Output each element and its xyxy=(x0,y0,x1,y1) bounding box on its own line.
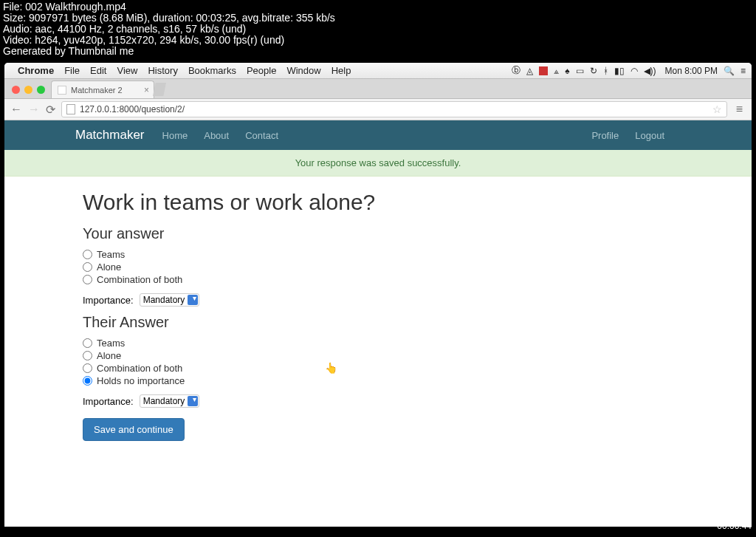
browser-tab[interactable]: Matchmaker 2 × xyxy=(51,81,154,98)
their-answer-heading: Their Answer xyxy=(83,314,673,331)
radio-input[interactable] xyxy=(83,338,92,348)
nav-logout[interactable]: Logout xyxy=(635,130,664,141)
radio-input[interactable] xyxy=(83,351,92,360)
reload-button[interactable]: ⟳ xyxy=(46,103,55,117)
nav-home[interactable]: Home xyxy=(162,130,188,141)
your-importance-select[interactable]: Mandatory xyxy=(140,293,199,307)
battery-icon[interactable]: ▮▯ xyxy=(614,66,625,76)
radio-option[interactable]: Alone xyxy=(83,261,673,273)
radio-option[interactable]: Teams xyxy=(83,248,673,261)
radio-input[interactable] xyxy=(83,250,92,259)
back-button[interactable]: ← xyxy=(10,103,22,116)
save-continue-button[interactable]: Save and continue xyxy=(83,418,185,441)
site-navbar: Matchmaker Home About Contact Profile Lo… xyxy=(4,120,752,150)
volume-icon[interactable]: ◀)) xyxy=(644,66,656,76)
dropbox-icon[interactable]: ⟁ xyxy=(554,66,559,76)
video-timestamp: 00:00:44 xyxy=(717,521,752,531)
url-text: 127.0.0.1:8000/question/2/ xyxy=(80,104,185,114)
window-controls xyxy=(9,86,51,98)
menubar-app[interactable]: Chrome xyxy=(18,65,54,76)
sync-icon[interactable]: ↻ xyxy=(590,66,597,76)
chrome-menu-icon[interactable]: ≡ xyxy=(733,103,746,116)
nav-about[interactable]: About xyxy=(204,130,229,141)
forward-button: → xyxy=(28,103,40,116)
radio-option[interactable]: Holds no importance xyxy=(83,374,673,387)
their-importance-select[interactable]: Mandatory xyxy=(140,394,199,408)
menubar-item[interactable]: File xyxy=(64,65,80,76)
status-icons: ⓑ ◬ ⟁ ♠ ▭ ↻ ᚼ ▮▯ ◠ ◀)) Mon 8:00 PM 🔍 ≡ xyxy=(512,64,746,77)
menubar-item[interactable]: Bookmarks xyxy=(188,65,236,76)
mac-window: Chrome File Edit View History Bookmarks … xyxy=(4,63,752,527)
your-answer-heading: Your answer xyxy=(83,225,673,242)
nav-contact[interactable]: Contact xyxy=(245,130,278,141)
notifications-icon[interactable]: ≡ xyxy=(740,66,746,76)
radio-input[interactable] xyxy=(83,376,92,386)
question-title: Work in teams or work alone? xyxy=(83,190,673,215)
menubar-item[interactable]: View xyxy=(117,65,137,76)
notification-icon[interactable]: ♠ xyxy=(565,66,569,76)
favicon-icon xyxy=(58,86,66,95)
nav-profile[interactable]: Profile xyxy=(591,130,619,141)
new-tab-button[interactable] xyxy=(153,83,166,96)
spotlight-icon[interactable]: 🔍 xyxy=(724,66,735,76)
mac-menubar: Chrome File Edit View History Bookmarks … xyxy=(4,63,752,79)
radio-option[interactable]: Teams xyxy=(83,337,673,349)
beats-icon[interactable]: ⓑ xyxy=(512,64,520,77)
recording-icon[interactable] xyxy=(539,66,548,75)
clock[interactable]: Mon 8:00 PM xyxy=(665,66,718,76)
radio-option[interactable]: Combination of both xyxy=(83,362,673,374)
close-window[interactable] xyxy=(12,86,20,94)
radio-label: Teams xyxy=(97,249,125,260)
brand[interactable]: Matchmaker xyxy=(75,128,145,143)
importance-label: Importance: xyxy=(83,295,134,306)
tab-title: Matchmaker 2 xyxy=(71,86,123,95)
menubar-item[interactable]: Help xyxy=(331,65,351,76)
radio-option[interactable]: Alone xyxy=(83,349,673,362)
radio-input[interactable] xyxy=(83,363,92,373)
radio-label: Combination of both xyxy=(97,274,182,285)
chrome-tabbar: Matchmaker 2 × xyxy=(4,79,752,98)
bluetooth-icon[interactable]: ᚼ xyxy=(603,66,608,76)
menubar-item[interactable]: Window xyxy=(286,65,320,76)
bookmark-star-icon[interactable]: ☆ xyxy=(712,103,722,115)
page-icon xyxy=(66,104,75,114)
radio-label: Teams xyxy=(97,338,125,349)
maximize-window[interactable] xyxy=(37,86,45,94)
page-content: Matchmaker Home About Contact Profile Lo… xyxy=(4,120,752,527)
radio-input[interactable] xyxy=(83,262,92,272)
radio-label: Alone xyxy=(97,261,121,273)
address-bar[interactable]: 127.0.0.1:8000/question/2/ ☆ xyxy=(61,101,727,117)
cloud-icon[interactable]: ◬ xyxy=(526,66,533,76)
tab-close-icon[interactable]: × xyxy=(144,85,149,95)
display-icon[interactable]: ▭ xyxy=(576,66,584,76)
wifi-icon[interactable]: ◠ xyxy=(630,66,638,76)
menubar-item[interactable]: People xyxy=(247,65,276,76)
menubar-item[interactable]: History xyxy=(148,65,177,76)
radio-label: Holds no importance xyxy=(97,375,185,386)
chrome-toolbar: ← → ⟳ 127.0.0.1:8000/question/2/ ☆ ≡ xyxy=(4,98,752,120)
radio-option[interactable]: Combination of both xyxy=(83,273,673,286)
menubar-item[interactable]: Edit xyxy=(90,65,106,76)
importance-label: Importance: xyxy=(83,396,134,407)
minimize-window[interactable] xyxy=(24,86,32,94)
radio-label: Alone xyxy=(97,350,121,361)
radio-label: Combination of both xyxy=(97,363,182,374)
radio-input[interactable] xyxy=(83,275,92,284)
video-overlay-text: File: 002 Walkthrough.mp4 Size: 9097971 … xyxy=(3,1,335,57)
success-alert: Your response was saved successfully. xyxy=(4,150,752,177)
